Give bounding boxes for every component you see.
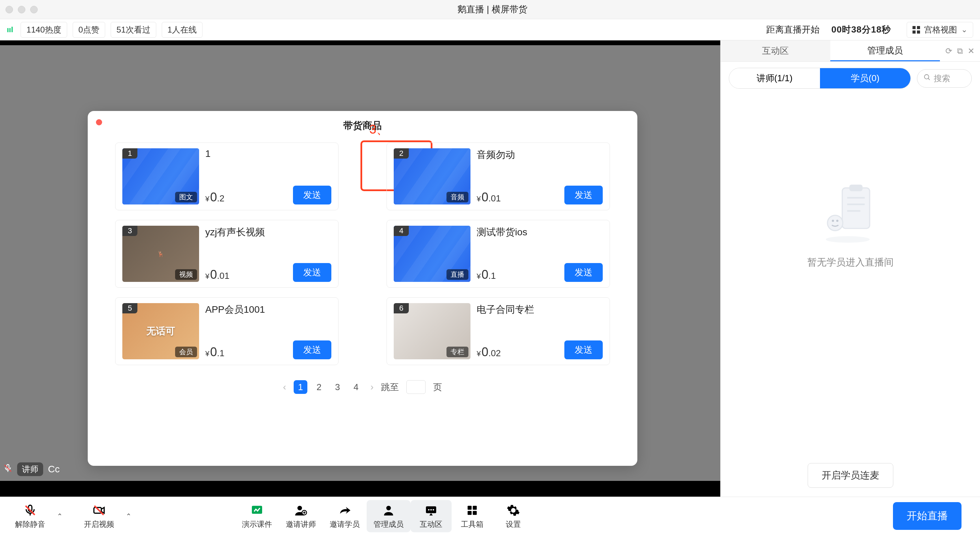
product-index: 5: [123, 303, 137, 313]
start-live-button[interactable]: 开始直播: [893, 502, 961, 530]
view-mode-label: 宫格视图: [924, 24, 957, 35]
product-thumb: 2音频: [394, 148, 471, 205]
product-card: 6专栏电子合同专栏¥0.02发送: [387, 297, 610, 365]
product-price: ¥0.1: [205, 345, 224, 359]
tab-interact[interactable]: 互动区: [721, 40, 830, 61]
tab-manage-members[interactable]: 管理成员: [830, 40, 940, 61]
manage-members-button[interactable]: 管理成员: [367, 500, 410, 532]
svg-point-18: [298, 506, 302, 510]
modal-title: 带货商品: [102, 119, 624, 132]
empty-text: 暂无学员进入直播间: [807, 256, 894, 269]
page-number[interactable]: 2: [312, 380, 326, 394]
send-product-button[interactable]: 发送: [564, 186, 603, 205]
svg-rect-28: [473, 511, 477, 515]
product-price: ¥0.2: [205, 190, 224, 205]
send-product-button[interactable]: 发送: [293, 340, 331, 359]
page-number[interactable]: 4: [349, 380, 363, 394]
product-type-tag: 图文: [175, 192, 197, 202]
svg-point-20: [386, 506, 391, 510]
pagination: ‹ 1234 › 跳至 页: [102, 380, 624, 394]
cc-badge[interactable]: Cc: [48, 464, 60, 475]
stage-overlay-badges: 讲师 Cc: [3, 462, 60, 476]
seg-teacher[interactable]: 讲师(1/1): [729, 68, 820, 88]
courseware-button[interactable]: 演示课件: [235, 500, 279, 532]
gear-icon: [506, 503, 520, 518]
interact-button[interactable]: 互动区: [410, 500, 452, 532]
start-video-button[interactable]: 开启视频: [77, 500, 121, 532]
svg-line-3: [928, 78, 930, 80]
grid-icon: [913, 26, 920, 33]
share-icon: [338, 503, 352, 518]
chevron-down-icon: ⌄: [961, 25, 967, 34]
product-card: 1图文1¥0.2发送: [115, 143, 339, 210]
product-thumb: 6专栏: [394, 303, 471, 359]
minimize-dot[interactable]: [18, 6, 25, 13]
product-type-tag: 会员: [175, 347, 197, 357]
popout-icon[interactable]: ⧉: [957, 46, 963, 56]
enable-student-mic-button[interactable]: 开启学员连麦: [808, 463, 893, 488]
svg-point-11: [836, 219, 838, 222]
product-type-tag: 视频: [175, 269, 197, 280]
page-next[interactable]: ›: [371, 381, 374, 392]
product-index: 1: [123, 148, 137, 159]
svg-point-22: [428, 509, 430, 510]
refresh-icon[interactable]: ⟳: [945, 46, 952, 56]
product-thumb: 无话可5会员: [123, 303, 199, 359]
stat-watched: 51次看过: [111, 22, 156, 38]
video-stage: 带货商品 3、 1图文1¥0.2发送2音频音频勿动¥0.01发送🦌3视频yzj有…: [0, 45, 720, 481]
stat-like: 0点赞: [73, 22, 105, 38]
members-icon: [382, 503, 395, 518]
invite-teacher-button[interactable]: 邀请讲师: [279, 500, 323, 532]
jump-label-post: 页: [433, 381, 442, 393]
product-type-tag: 直播: [447, 269, 468, 280]
close-dot[interactable]: [5, 6, 13, 13]
send-product-button[interactable]: 发送: [293, 186, 331, 205]
svg-rect-4: [842, 188, 870, 229]
maximize-dot[interactable]: [30, 6, 38, 13]
modal-close-dot[interactable]: [96, 119, 102, 125]
view-mode-switch[interactable]: 宫格视图 ⌄: [907, 22, 973, 38]
page-number[interactable]: 1: [294, 380, 307, 394]
video-caret[interactable]: ⌃: [124, 510, 134, 522]
member-empty-state: 暂无学员进入直播间: [721, 95, 980, 454]
unmute-caret[interactable]: ⌃: [55, 510, 65, 522]
product-title: 测试带货ios: [477, 226, 603, 239]
svg-point-24: [433, 509, 434, 510]
member-search[interactable]: 搜索: [917, 69, 972, 88]
svg-rect-25: [468, 506, 472, 510]
invite-teacher-icon: [294, 503, 308, 518]
page-prev[interactable]: ‹: [283, 381, 286, 392]
svg-rect-27: [468, 511, 472, 515]
countdown-time: 00时38分18秒: [831, 24, 891, 36]
close-panel-icon[interactable]: ✕: [968, 46, 975, 56]
product-index: 3: [123, 226, 137, 236]
svg-rect-26: [473, 506, 477, 510]
product-card: 2音频音频勿动¥0.01发送: [387, 143, 610, 210]
jump-page-input[interactable]: [406, 380, 426, 394]
page-number[interactable]: 3: [331, 380, 344, 394]
send-product-button[interactable]: 发送: [564, 340, 603, 359]
stats-bar: ııl 1140热度 0点赞 51次看过 1人在线 距离直播开始 00时38分1…: [0, 19, 980, 40]
send-product-button[interactable]: 发送: [564, 263, 603, 282]
send-product-button[interactable]: 发送: [293, 263, 331, 282]
settings-button[interactable]: 设置: [493, 500, 534, 532]
courseware-icon: [250, 503, 264, 518]
search-icon: [923, 74, 931, 83]
product-price: ¥0.01: [477, 190, 501, 205]
product-thumb: 1图文: [123, 148, 199, 205]
mic-muted-icon: [3, 464, 12, 475]
unmute-button[interactable]: 解除静音: [8, 500, 52, 532]
product-price: ¥0.02: [477, 345, 501, 359]
annotation-step-3: 3、: [369, 121, 388, 138]
product-card: 🦌3视频yzj有声长视频¥0.01发送: [115, 220, 339, 288]
seg-student[interactable]: 学员(0): [820, 68, 911, 88]
signal-icon: ııl: [7, 25, 15, 34]
product-price: ¥0.01: [205, 268, 229, 282]
product-title: 1: [205, 148, 331, 159]
invite-student-button[interactable]: 邀请学员: [323, 500, 367, 532]
window-title: 鹅直播 | 横屏带货: [38, 3, 947, 16]
product-thumb: 4直播: [394, 226, 471, 282]
toolbox-button[interactable]: 工具箱: [452, 500, 493, 532]
product-card: 4直播测试带货ios¥0.1发送: [387, 220, 610, 288]
svg-point-9: [827, 216, 843, 231]
